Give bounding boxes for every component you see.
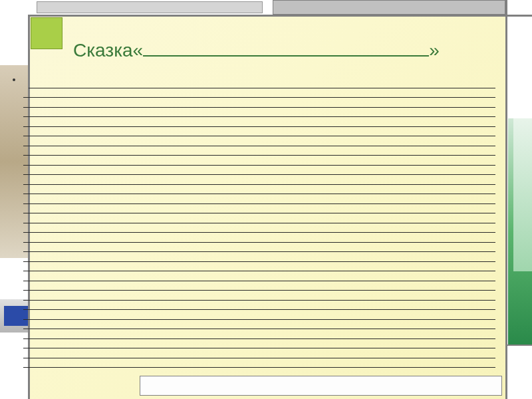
writing-line — [29, 78, 495, 88]
decor-green-square — [31, 17, 63, 49]
writing-line — [23, 243, 495, 253]
writing-line — [23, 301, 495, 311]
writing-line — [23, 136, 495, 146]
decor-top-bar — [273, 0, 505, 15]
decor-bottom-box — [140, 376, 502, 396]
writing-line — [23, 117, 495, 127]
writing-line — [23, 291, 495, 301]
writing-line — [23, 223, 495, 233]
writing-line — [23, 204, 495, 214]
writing-line — [23, 156, 495, 166]
writing-line — [23, 329, 495, 339]
writing-line — [23, 175, 495, 185]
writing-line — [23, 310, 495, 320]
title-blank-underline — [143, 39, 429, 57]
writing-line — [23, 166, 495, 176]
writing-line — [23, 98, 495, 108]
writing-line — [23, 213, 495, 223]
decor-h-line-bottom — [505, 344, 532, 346]
title-suffix: » — [429, 40, 440, 61]
writing-line — [23, 194, 495, 204]
decor-right-green-light — [513, 118, 532, 271]
writing-line — [23, 185, 495, 195]
writing-line — [23, 252, 495, 262]
writing-line — [23, 271, 495, 281]
writing-line — [23, 108, 495, 118]
writing-line — [23, 358, 495, 368]
slide-title: Сказка«» — [73, 39, 492, 61]
writing-line — [23, 88, 495, 98]
writing-line — [23, 127, 495, 137]
writing-line — [23, 320, 495, 330]
writing-line — [23, 339, 495, 349]
writing-line — [23, 281, 495, 291]
writing-line — [23, 262, 495, 272]
decor-h-line-top — [28, 15, 532, 17]
title-prefix: Сказка« — [73, 40, 143, 61]
bullet-icon — [13, 78, 15, 81]
writing-line — [23, 146, 495, 156]
decor-v-line-right — [505, 0, 507, 399]
writing-lines-container — [23, 78, 495, 368]
writing-line — [23, 233, 495, 243]
decor-top-bar-inner — [37, 1, 263, 13]
writing-line — [23, 348, 495, 358]
